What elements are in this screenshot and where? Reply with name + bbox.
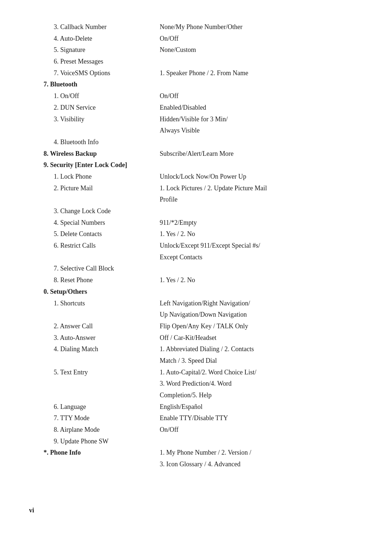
item-label: 2. DUN Service	[44, 102, 160, 113]
item-label: 4. Special Numbers	[44, 218, 160, 228]
list-item: 7. Bluetooth	[44, 79, 363, 90]
item-label: 6. Preset Messages	[44, 56, 160, 67]
item-label: 7. VoiceSMS Options	[44, 68, 160, 79]
list-item: 8. Wireless BackupSubscribe/Alert/Learn …	[44, 149, 363, 159]
menu-list: 3. Callback NumberNone/My Phone Number/O…	[44, 22, 363, 470]
list-item: 2. Picture Mail1. Lock Pictures / 2. Upd…	[44, 183, 363, 194]
item-label: 9. Update Phone SW	[44, 436, 160, 447]
item-value: 1. My Phone Number / 2. Version /	[160, 447, 363, 458]
item-label: 8. Airplane Mode	[44, 425, 160, 435]
list-item: 5. Text Entry1. Auto-Capital/2. Word Cho…	[44, 367, 363, 378]
item-value: None/Custom	[160, 45, 363, 56]
item-value: 1. Lock Pictures / 2. Update Picture Mai…	[160, 183, 363, 194]
item-value: Off / Car-Kit/Headset	[160, 333, 363, 344]
item-value: 1. Yes / 2. No	[160, 229, 363, 240]
item-label: 1. Shortcuts	[44, 298, 160, 309]
list-item: 2. Answer CallFlip Open/Any Key / TALK O…	[44, 321, 363, 332]
item-label	[44, 390, 160, 401]
item-value: 3. Icon Glossary / 4. Advanced	[160, 459, 363, 470]
item-label: 8. Wireless Backup	[44, 149, 160, 159]
list-item: 7. TTY ModeEnable TTY/Disable TTY	[44, 413, 363, 424]
item-label	[44, 356, 160, 366]
item-label: 6. Restrict Calls	[44, 240, 160, 251]
item-value: Left Navigation/Right Navigation/	[160, 298, 363, 309]
list-item: *. Phone Info1. My Phone Number / 2. Ver…	[44, 447, 363, 458]
item-value: 1. Yes / 2. No	[160, 275, 363, 286]
list-item: 3. Callback NumberNone/My Phone Number/O…	[44, 22, 363, 33]
list-item: 3. Auto-AnswerOff / Car-Kit/Headset	[44, 333, 363, 344]
page-container: 3. Callback NumberNone/My Phone Number/O…	[0, 0, 392, 536]
list-item: Always Visible	[44, 125, 363, 136]
item-value: Always Visible	[160, 125, 363, 136]
item-value: Match / 3. Speed Dial	[160, 356, 363, 366]
item-value	[160, 263, 363, 274]
list-item: 1. On/OffOn/Off	[44, 91, 363, 102]
item-value: Profile	[160, 194, 363, 205]
item-value: Up Navigation/Down Navigation	[160, 309, 363, 320]
list-item: 3. VisibilityHidden/Visible for 3 Min/	[44, 114, 363, 125]
item-value: Subscribe/Alert/Learn More	[160, 149, 363, 159]
item-value: Completion/5. Help	[160, 390, 363, 401]
item-label: 3. Change Lock Code	[44, 206, 160, 217]
item-value: None/My Phone Number/Other	[160, 22, 363, 33]
item-value: Unlock/Except 911/Except Special #s/	[160, 240, 363, 251]
item-label: 5. Text Entry	[44, 367, 160, 378]
list-item: 6. LanguageEnglish/Español	[44, 402, 363, 413]
list-item: 7. Selective Call Block	[44, 263, 363, 274]
item-label: 3. Visibility	[44, 114, 160, 125]
item-label: 1. On/Off	[44, 91, 160, 102]
item-label	[44, 194, 160, 205]
item-value: On/Off	[160, 91, 363, 102]
item-value	[160, 56, 363, 67]
item-label: 7. Bluetooth	[44, 79, 160, 90]
item-label: 2. Answer Call	[44, 321, 160, 332]
list-item: 5. Delete Contacts1. Yes / 2. No	[44, 229, 363, 240]
item-label: *. Phone Info	[44, 447, 160, 458]
item-label: 6. Language	[44, 402, 160, 413]
item-label: 1. Lock Phone	[44, 171, 160, 182]
item-value	[160, 79, 363, 90]
list-item: 1. ShortcutsLeft Navigation/Right Naviga…	[44, 298, 363, 309]
list-item: Completion/5. Help	[44, 390, 363, 401]
item-label: 3. Auto-Answer	[44, 333, 160, 344]
list-item: Match / 3. Speed Dial	[44, 356, 363, 366]
item-value	[160, 160, 363, 171]
item-value	[160, 287, 363, 297]
item-value: On/Off	[160, 425, 363, 435]
list-item: 2. DUN ServiceEnabled/Disabled	[44, 102, 363, 113]
item-value: 1. Speaker Phone / 2. From Name	[160, 68, 363, 79]
item-label	[44, 125, 160, 136]
item-label: 9. Security [Enter Lock Code]	[44, 160, 160, 171]
list-item: 4. Dialing Match1. Abbreviated Dialing /…	[44, 344, 363, 355]
list-item: 4. Special Numbers911/*2/Empty	[44, 218, 363, 228]
item-label	[44, 459, 160, 470]
item-label: 5. Signature	[44, 45, 160, 56]
list-item: 1. Lock PhoneUnlock/Lock Now/On Power Up	[44, 171, 363, 182]
list-item: 9. Security [Enter Lock Code]	[44, 160, 363, 171]
page-footer: vi	[29, 507, 34, 514]
item-value: English/Español	[160, 402, 363, 413]
item-value: 3. Word Prediction/4. Word	[160, 378, 363, 389]
list-item: 3. Icon Glossary / 4. Advanced	[44, 459, 363, 470]
item-label	[44, 378, 160, 389]
list-item: Up Navigation/Down Navigation	[44, 309, 363, 320]
item-label: 8. Reset Phone	[44, 275, 160, 286]
item-value	[160, 206, 363, 217]
item-value: 1. Auto-Capital/2. Word Choice List/	[160, 367, 363, 378]
item-value: 1. Abbreviated Dialing / 2. Contacts	[160, 344, 363, 355]
list-item: 8. Airplane ModeOn/Off	[44, 425, 363, 435]
item-label: 7. TTY Mode	[44, 413, 160, 424]
list-item: 3. Change Lock Code	[44, 206, 363, 217]
item-value: Flip Open/Any Key / TALK Only	[160, 321, 363, 332]
item-label: 0. Setup/Others	[44, 287, 160, 297]
item-label: 7. Selective Call Block	[44, 263, 160, 274]
list-item: 4. Auto-DeleteOn/Off	[44, 33, 363, 44]
list-item: 3. Word Prediction/4. Word	[44, 378, 363, 389]
item-value: Hidden/Visible for 3 Min/	[160, 114, 363, 125]
list-item: 8. Reset Phone1. Yes / 2. No	[44, 275, 363, 286]
item-value	[160, 436, 363, 447]
item-value: Except Contacts	[160, 252, 363, 263]
item-label: 2. Picture Mail	[44, 183, 160, 194]
item-label: 5. Delete Contacts	[44, 229, 160, 240]
item-value: 911/*2/Empty	[160, 218, 363, 228]
